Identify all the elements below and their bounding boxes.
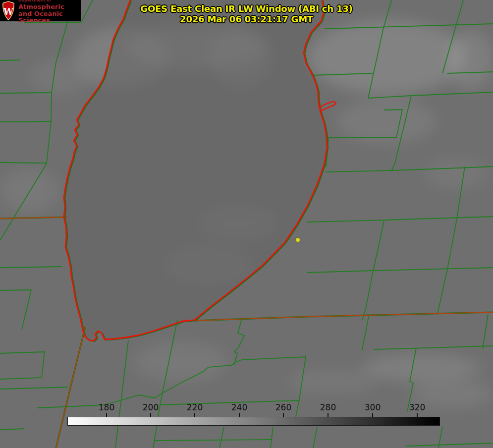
logo-department-label: Department of <box>18 0 81 2</box>
title-timestamp-line: 2026 Mar 06 03:21:17 GMT <box>0 14 493 24</box>
station-marker-dot <box>295 237 300 242</box>
colorbar-gradient-bar <box>67 417 440 426</box>
colorbar-tick-mark <box>194 413 195 417</box>
colorbar-tick-mark <box>106 413 107 417</box>
colorbar-tick-label: 180 <box>99 402 114 412</box>
lake-michigan-fill <box>64 0 327 341</box>
colorbar-tick-label: 240 <box>231 402 247 412</box>
colorbar-tick-mark <box>328 413 329 417</box>
colorbar-tick-mark <box>417 413 418 417</box>
harbor-hook <box>320 102 336 111</box>
colorbar-tick-label: 200 <box>143 402 159 412</box>
colorbar-tick-mark <box>239 413 240 417</box>
colorbar-tick-mark <box>150 413 151 417</box>
colorbar-tick-label: 300 <box>365 402 381 412</box>
colorbar-tick-mark <box>372 413 373 417</box>
title-product-line: GOES East Clean IR LW Window (ABI ch 13) <box>0 3 493 14</box>
satellite-map-view: W Department of Atmospheric and Oceanic … <box>0 0 493 448</box>
colorbar-tick-label: 280 <box>320 402 336 412</box>
colorbar-tick-label: 320 <box>409 402 425 412</box>
colorbar-tick-label: 220 <box>187 402 203 412</box>
map-boundaries <box>0 0 493 448</box>
colorbar-tick-label: 260 <box>275 402 291 412</box>
colorbar-tick-mark <box>283 413 284 417</box>
image-title: GOES East Clean IR LW Window (ABI ch 13)… <box>0 3 493 24</box>
